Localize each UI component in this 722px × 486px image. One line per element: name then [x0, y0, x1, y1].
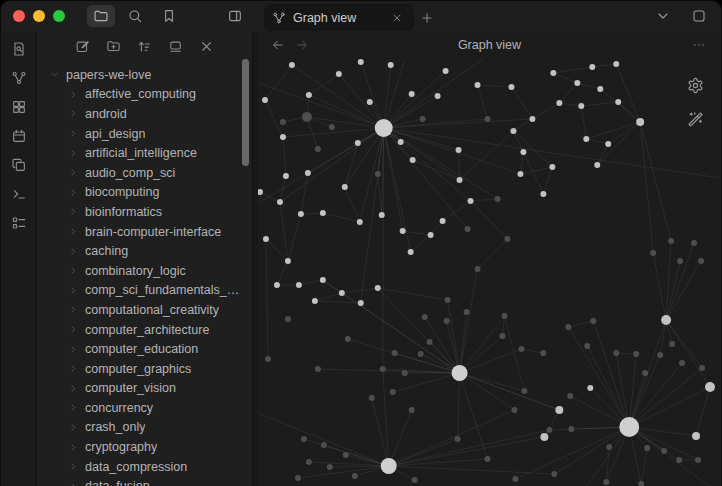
graph-node[interactable]	[619, 417, 639, 437]
graph-node[interactable]	[262, 97, 268, 103]
more-options-icon[interactable]	[687, 34, 711, 56]
minimize-window-button[interactable]	[33, 10, 45, 22]
graph-node[interactable]	[315, 146, 321, 152]
graph-node[interactable]	[412, 477, 418, 483]
graph-node[interactable]	[504, 236, 510, 242]
graph-node[interactable]	[445, 297, 451, 303]
folder-item[interactable]: computer_architecture	[37, 320, 252, 340]
graph-node[interactable]	[605, 141, 611, 147]
graph-node[interactable]	[510, 128, 516, 134]
graph-node[interactable]	[380, 366, 386, 372]
graph-node[interactable]	[574, 80, 580, 86]
graph-node[interactable]	[494, 196, 500, 202]
graph-node[interactable]	[265, 356, 271, 362]
graph-node[interactable]	[306, 459, 312, 465]
settings-icon[interactable]	[683, 73, 707, 97]
stack-icon[interactable]	[685, 5, 713, 27]
graph-node[interactable]	[540, 433, 548, 441]
graph-node[interactable]	[418, 351, 424, 357]
graph-node[interactable]	[456, 147, 462, 153]
graph-node[interactable]	[475, 266, 481, 272]
graph-node[interactable]	[567, 393, 573, 399]
graph-node[interactable]	[280, 119, 286, 125]
collapse-all-button[interactable]	[195, 35, 219, 57]
graph-node[interactable]	[285, 316, 291, 322]
graph-node[interactable]	[594, 162, 600, 168]
graph-node[interactable]	[613, 61, 619, 67]
folder-item[interactable]: computer_vision	[37, 379, 252, 399]
graph-node[interactable]	[638, 481, 644, 486]
folder-item[interactable]: combinatory_logic	[37, 261, 252, 281]
graph-canvas[interactable]	[258, 59, 721, 486]
graph-node[interactable]	[301, 436, 307, 442]
graph-node[interactable]	[499, 333, 505, 339]
folder-item[interactable]: computational_creativity	[37, 300, 252, 320]
folder-item[interactable]: crash_only	[37, 418, 252, 438]
graph-node[interactable]	[465, 226, 471, 232]
graph-node[interactable]	[644, 445, 650, 451]
graph-node[interactable]	[358, 300, 364, 306]
graph-node[interactable]	[342, 184, 348, 190]
graph-node[interactable]	[274, 282, 280, 288]
folder-item[interactable]: artificial_intelligence	[37, 143, 252, 163]
graph-node[interactable]	[336, 71, 342, 77]
folder-item[interactable]: cryptography	[37, 437, 252, 457]
graph-node[interactable]	[352, 473, 358, 479]
graph-node[interactable]	[298, 211, 304, 217]
graph-node[interactable]	[392, 350, 398, 356]
tab-graph-view[interactable]: Graph view	[264, 4, 414, 31]
graph-node[interactable]	[329, 124, 335, 130]
graph-node[interactable]	[410, 157, 416, 163]
graph-node[interactable]	[345, 336, 351, 342]
graph-node[interactable]	[633, 351, 639, 357]
graph-node[interactable]	[400, 228, 406, 234]
graph-node[interactable]	[475, 82, 481, 88]
graph-node[interactable]	[443, 68, 449, 74]
graph-node[interactable]	[551, 471, 557, 477]
checklist-icon[interactable]	[6, 211, 32, 234]
graph-node[interactable]	[529, 116, 535, 122]
graph-node[interactable]	[565, 324, 571, 330]
graph-node[interactable]	[305, 170, 311, 176]
graph-node[interactable]	[339, 290, 345, 296]
graph-node[interactable]	[485, 456, 491, 462]
folder-icon[interactable]	[87, 5, 115, 27]
folder-item[interactable]: comp_sci_fundamentals_and_hi…	[37, 281, 252, 301]
graph-node[interactable]	[540, 191, 546, 197]
graph-node[interactable]	[677, 258, 683, 264]
graph-node[interactable]	[606, 444, 612, 450]
graph-node[interactable]	[520, 149, 526, 155]
graph-node[interactable]	[375, 285, 381, 291]
graph-node[interactable]	[312, 298, 318, 304]
graph-node[interactable]	[296, 282, 302, 288]
graph-node[interactable]	[422, 314, 428, 320]
templates-icon[interactable]	[6, 153, 32, 176]
chevron-down-icon[interactable]	[649, 5, 677, 27]
back-icon[interactable]	[266, 34, 290, 56]
graph-node[interactable]	[357, 219, 363, 225]
graph-view-icon[interactable]	[6, 66, 32, 89]
graph-node[interactable]	[375, 171, 381, 177]
folder-item[interactable]: concurrency	[37, 398, 252, 418]
graph-node[interactable]	[698, 258, 704, 264]
graph-node[interactable]	[398, 139, 404, 145]
graph-node[interactable]	[320, 277, 326, 283]
graph-node[interactable]	[263, 236, 269, 242]
quick-switcher-icon[interactable]	[6, 37, 32, 60]
graph-node[interactable]	[642, 370, 648, 376]
graph-node[interactable]	[692, 432, 700, 440]
close-window-button[interactable]	[13, 10, 25, 22]
graph-node[interactable]	[555, 406, 563, 414]
graph-node[interactable]	[546, 427, 552, 433]
graph-node[interactable]	[518, 346, 524, 352]
graph-node[interactable]	[343, 452, 349, 458]
graph-node[interactable]	[455, 436, 461, 442]
folder-item-root[interactable]: papers-we-love	[37, 65, 252, 85]
graph-node[interactable]	[669, 341, 675, 347]
folder-item[interactable]: computer_graphics	[37, 359, 252, 379]
graph-node[interactable]	[590, 318, 596, 324]
graph-node[interactable]	[381, 458, 397, 474]
graph-node[interactable]	[695, 457, 701, 463]
graph-node[interactable]	[661, 448, 667, 454]
folder-item[interactable]: brain-computer-interface	[37, 222, 252, 242]
